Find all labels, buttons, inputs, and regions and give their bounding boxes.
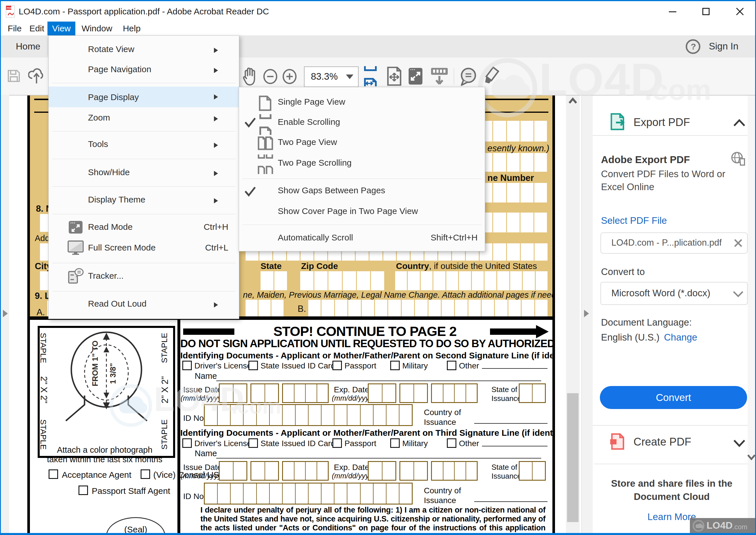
other-line[interactable]: [482, 368, 548, 369]
menu-file[interactable]: File: [5, 21, 24, 35]
form-field-grid[interactable]: [480, 183, 547, 203]
form-field-grid[interactable]: [260, 271, 287, 290]
submenu-item-two-page-view[interactable]: Two Page View: [278, 137, 337, 147]
submenu-item-show-gaps[interactable]: Show Gaps Between Pages: [278, 185, 385, 195]
vice-consul-checkbox[interactable]: [141, 469, 150, 479]
convert-button[interactable]: Convert: [600, 386, 747, 409]
exp-date-day[interactable]: [399, 383, 428, 403]
military-checkbox-2[interactable]: [390, 438, 400, 448]
menu-item-display-theme[interactable]: Display Theme: [88, 195, 146, 205]
enable-scrolling-active-icon[interactable]: [363, 66, 378, 87]
submenu-item-show-cover-page[interactable]: Show Cover Page in Two Page View: [278, 206, 418, 216]
panel-collapse-arrow[interactable]: [584, 310, 589, 317]
country-issuance-line[interactable]: [474, 501, 548, 502]
passport-checkbox-2[interactable]: [333, 438, 342, 448]
scrollbar-up-arrow[interactable]: [568, 97, 578, 104]
name-line[interactable]: [216, 380, 541, 381]
submenu-item-two-page-scrolling[interactable]: Two Page Scrolling: [278, 158, 352, 168]
selected-file-box[interactable]: LO4D.com - P...plication.pdf: [601, 232, 748, 254]
menu-item-page-display[interactable]: Page Display: [88, 92, 139, 102]
zoom-level-select[interactable]: 83.3%: [304, 67, 359, 87]
menu-item-read-out-loud[interactable]: Read Out Loud: [88, 299, 147, 309]
menu-edit[interactable]: Edit: [27, 21, 46, 35]
menu-item-read-mode[interactable]: Read Mode: [88, 222, 133, 232]
submenu-item-single-page-view[interactable]: Single Page View: [278, 97, 345, 107]
form-field-grid[interactable]: [246, 300, 284, 316]
submenu-item-automatically-scroll[interactable]: Automatically Scroll: [278, 233, 353, 242]
exp-date-month-2[interactable]: [368, 461, 396, 481]
military-checkbox[interactable]: [390, 361, 400, 370]
passport-checkbox[interactable]: [333, 361, 342, 370]
issue-date-year[interactable]: [282, 383, 329, 403]
submenu-item-enable-scrolling[interactable]: Enable Scrolling: [278, 117, 340, 127]
menu-item-tools[interactable]: Tools: [88, 139, 108, 149]
issue-date-day[interactable]: [251, 383, 279, 403]
other-line[interactable]: [482, 446, 548, 446]
name-line[interactable]: [216, 458, 541, 459]
menu-item-full-screen[interactable]: Full Screen Mode: [88, 243, 155, 253]
change-language-link[interactable]: Change: [664, 332, 697, 343]
menu-window[interactable]: Window: [79, 21, 115, 35]
exp-date-month[interactable]: [368, 383, 396, 403]
nav-pane-expand-arrow[interactable]: [3, 310, 8, 317]
learn-more-link[interactable]: Learn More: [610, 511, 734, 522]
comment-icon[interactable]: [459, 67, 478, 86]
highlighter-icon[interactable]: [483, 66, 502, 87]
menu-item-rotate-view[interactable]: Rotate View: [88, 44, 134, 54]
clear-file-icon[interactable]: [734, 239, 742, 247]
other-checkbox[interactable]: [447, 361, 456, 370]
menu-item-tracker[interactable]: Tracker...: [88, 271, 124, 281]
panel-scrollbar-track[interactable]: [748, 95, 755, 533]
close-button[interactable]: [726, 1, 753, 21]
maximize-button[interactable]: [692, 1, 719, 21]
panel-scroll-down-arrow[interactable]: [747, 454, 756, 460]
create-pdf-header[interactable]: Create PDF: [634, 436, 691, 448]
select-pdf-file-link[interactable]: Select PDF File: [601, 215, 667, 226]
form-field-grid[interactable]: [300, 271, 384, 290]
form-field-grid[interactable]: [480, 153, 547, 172]
fit-page-icon[interactable]: [408, 67, 423, 86]
export-pdf-header[interactable]: Export PDF: [634, 116, 690, 128]
acceptance-agent-checkbox[interactable]: [49, 469, 58, 479]
zoom-out-icon[interactable]: [262, 69, 278, 85]
fit-width-icon[interactable]: [386, 67, 402, 86]
save-icon[interactable]: [7, 69, 21, 83]
zoom-in-icon[interactable]: [282, 69, 297, 85]
chevron-up-icon[interactable]: [733, 119, 746, 127]
issue-date-day-2[interactable]: [251, 461, 279, 481]
exp-date-day-2[interactable]: [399, 461, 428, 481]
hand-tool-icon[interactable]: [242, 67, 258, 86]
exp-date-year[interactable]: [431, 383, 478, 403]
page-scroll-tool-icon[interactable]: [429, 67, 449, 86]
form-field-grid[interactable]: [395, 271, 548, 290]
form-field-grid[interactable]: [480, 212, 547, 232]
menu-item-show-hide[interactable]: Show/Hide: [88, 167, 130, 177]
state-id-checkbox[interactable]: [249, 361, 258, 370]
issue-date-year-2[interactable]: [282, 461, 329, 481]
drivers-license-checkbox[interactable]: [182, 361, 192, 370]
id-number-boxes[interactable]: [204, 404, 413, 426]
tab-home[interactable]: Home: [16, 41, 40, 52]
format-select[interactable]: Microsoft Word (*.docx): [601, 282, 748, 305]
issue-date-month[interactable]: [219, 383, 247, 403]
state-issuance-boxes-2[interactable]: [519, 461, 546, 481]
other-checkbox-2[interactable]: [447, 438, 456, 448]
issue-date-month-2[interactable]: [219, 461, 247, 481]
form-field-grid[interactable]: [480, 121, 547, 142]
state-id-checkbox-2[interactable]: [249, 438, 258, 448]
id-number-boxes-2[interactable]: [204, 483, 413, 504]
menu-item-page-navigation[interactable]: Page Navigation: [88, 65, 151, 74]
passport-staff-checkbox[interactable]: [78, 486, 88, 495]
state-issuance-boxes[interactable]: [519, 383, 546, 403]
exp-date-year-2[interactable]: [431, 461, 478, 481]
menu-view[interactable]: View: [47, 21, 75, 35]
menu-item-zoom[interactable]: Zoom: [88, 113, 110, 123]
minimize-button[interactable]: [659, 1, 686, 21]
drivers-license-checkbox-2[interactable]: [182, 438, 192, 448]
form-field-grid[interactable]: [308, 300, 548, 316]
menu-help[interactable]: Help: [120, 21, 143, 35]
chevron-down-icon[interactable]: [733, 439, 746, 447]
document-scrollbar-thumb[interactable]: [567, 393, 579, 522]
share-upload-icon[interactable]: [28, 67, 45, 85]
country-issuance-line[interactable]: [474, 423, 548, 424]
